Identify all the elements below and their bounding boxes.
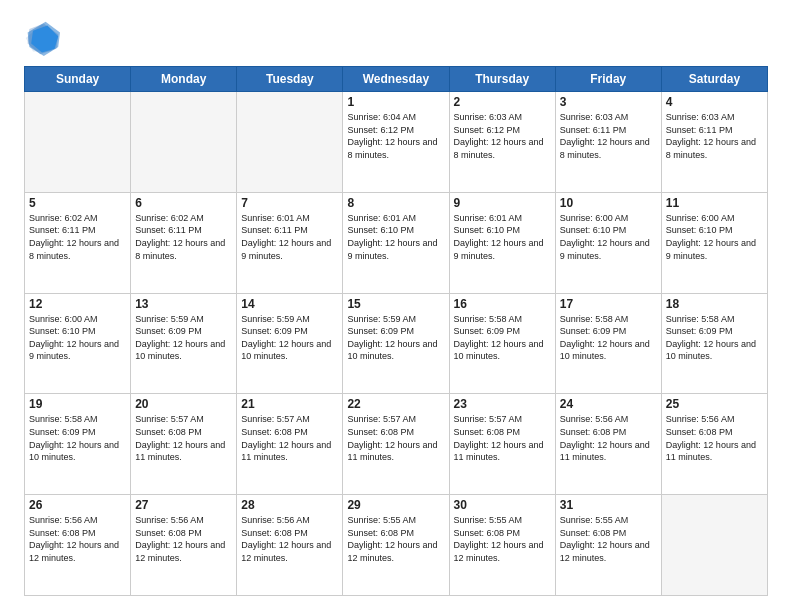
calendar-week-2: 5Sunrise: 6:02 AM Sunset: 6:11 PM Daylig… xyxy=(25,192,768,293)
weekday-thursday: Thursday xyxy=(449,67,555,92)
day-number: 15 xyxy=(347,297,444,311)
header xyxy=(24,20,768,56)
calendar-cell: 25Sunrise: 5:56 AM Sunset: 6:08 PM Dayli… xyxy=(661,394,767,495)
cell-info: Sunrise: 5:55 AM Sunset: 6:08 PM Dayligh… xyxy=(560,514,657,564)
page: SundayMondayTuesdayWednesdayThursdayFrid… xyxy=(0,0,792,612)
day-number: 24 xyxy=(560,397,657,411)
day-number: 12 xyxy=(29,297,126,311)
calendar-table: SundayMondayTuesdayWednesdayThursdayFrid… xyxy=(24,66,768,596)
weekday-wednesday: Wednesday xyxy=(343,67,449,92)
cell-info: Sunrise: 5:57 AM Sunset: 6:08 PM Dayligh… xyxy=(347,413,444,463)
calendar-cell xyxy=(661,495,767,596)
weekday-friday: Friday xyxy=(555,67,661,92)
calendar-cell: 21Sunrise: 5:57 AM Sunset: 6:08 PM Dayli… xyxy=(237,394,343,495)
calendar-cell: 8Sunrise: 6:01 AM Sunset: 6:10 PM Daylig… xyxy=(343,192,449,293)
cell-info: Sunrise: 5:56 AM Sunset: 6:08 PM Dayligh… xyxy=(29,514,126,564)
day-number: 18 xyxy=(666,297,763,311)
calendar-cell: 4Sunrise: 6:03 AM Sunset: 6:11 PM Daylig… xyxy=(661,92,767,193)
cell-info: Sunrise: 6:00 AM Sunset: 6:10 PM Dayligh… xyxy=(560,212,657,262)
day-number: 30 xyxy=(454,498,551,512)
calendar-cell xyxy=(131,92,237,193)
weekday-sunday: Sunday xyxy=(25,67,131,92)
cell-info: Sunrise: 6:00 AM Sunset: 6:10 PM Dayligh… xyxy=(666,212,763,262)
cell-info: Sunrise: 6:01 AM Sunset: 6:11 PM Dayligh… xyxy=(241,212,338,262)
cell-info: Sunrise: 5:56 AM Sunset: 6:08 PM Dayligh… xyxy=(241,514,338,564)
cell-info: Sunrise: 6:04 AM Sunset: 6:12 PM Dayligh… xyxy=(347,111,444,161)
cell-info: Sunrise: 6:01 AM Sunset: 6:10 PM Dayligh… xyxy=(347,212,444,262)
cell-info: Sunrise: 5:56 AM Sunset: 6:08 PM Dayligh… xyxy=(135,514,232,564)
cell-info: Sunrise: 5:57 AM Sunset: 6:08 PM Dayligh… xyxy=(135,413,232,463)
cell-info: Sunrise: 5:57 AM Sunset: 6:08 PM Dayligh… xyxy=(241,413,338,463)
calendar-cell: 7Sunrise: 6:01 AM Sunset: 6:11 PM Daylig… xyxy=(237,192,343,293)
day-number: 14 xyxy=(241,297,338,311)
weekday-saturday: Saturday xyxy=(661,67,767,92)
calendar-cell: 11Sunrise: 6:00 AM Sunset: 6:10 PM Dayli… xyxy=(661,192,767,293)
cell-info: Sunrise: 5:58 AM Sunset: 6:09 PM Dayligh… xyxy=(29,413,126,463)
day-number: 28 xyxy=(241,498,338,512)
calendar-cell: 20Sunrise: 5:57 AM Sunset: 6:08 PM Dayli… xyxy=(131,394,237,495)
calendar-cell: 31Sunrise: 5:55 AM Sunset: 6:08 PM Dayli… xyxy=(555,495,661,596)
cell-info: Sunrise: 5:58 AM Sunset: 6:09 PM Dayligh… xyxy=(454,313,551,363)
day-number: 27 xyxy=(135,498,232,512)
calendar-cell: 28Sunrise: 5:56 AM Sunset: 6:08 PM Dayli… xyxy=(237,495,343,596)
day-number: 23 xyxy=(454,397,551,411)
calendar-cell: 30Sunrise: 5:55 AM Sunset: 6:08 PM Dayli… xyxy=(449,495,555,596)
calendar-cell: 22Sunrise: 5:57 AM Sunset: 6:08 PM Dayli… xyxy=(343,394,449,495)
day-number: 11 xyxy=(666,196,763,210)
cell-info: Sunrise: 5:58 AM Sunset: 6:09 PM Dayligh… xyxy=(666,313,763,363)
cell-info: Sunrise: 5:56 AM Sunset: 6:08 PM Dayligh… xyxy=(666,413,763,463)
day-number: 26 xyxy=(29,498,126,512)
day-number: 7 xyxy=(241,196,338,210)
calendar-week-1: 1Sunrise: 6:04 AM Sunset: 6:12 PM Daylig… xyxy=(25,92,768,193)
calendar-cell: 16Sunrise: 5:58 AM Sunset: 6:09 PM Dayli… xyxy=(449,293,555,394)
cell-info: Sunrise: 5:56 AM Sunset: 6:08 PM Dayligh… xyxy=(560,413,657,463)
cell-info: Sunrise: 5:59 AM Sunset: 6:09 PM Dayligh… xyxy=(347,313,444,363)
calendar-cell: 10Sunrise: 6:00 AM Sunset: 6:10 PM Dayli… xyxy=(555,192,661,293)
day-number: 31 xyxy=(560,498,657,512)
calendar-cell: 12Sunrise: 6:00 AM Sunset: 6:10 PM Dayli… xyxy=(25,293,131,394)
cell-info: Sunrise: 6:02 AM Sunset: 6:11 PM Dayligh… xyxy=(135,212,232,262)
day-number: 8 xyxy=(347,196,444,210)
day-number: 17 xyxy=(560,297,657,311)
cell-info: Sunrise: 6:01 AM Sunset: 6:10 PM Dayligh… xyxy=(454,212,551,262)
logo-icon xyxy=(24,20,60,56)
calendar-cell: 24Sunrise: 5:56 AM Sunset: 6:08 PM Dayli… xyxy=(555,394,661,495)
day-number: 25 xyxy=(666,397,763,411)
day-number: 22 xyxy=(347,397,444,411)
cell-info: Sunrise: 6:03 AM Sunset: 6:11 PM Dayligh… xyxy=(560,111,657,161)
day-number: 19 xyxy=(29,397,126,411)
calendar-cell: 13Sunrise: 5:59 AM Sunset: 6:09 PM Dayli… xyxy=(131,293,237,394)
day-number: 5 xyxy=(29,196,126,210)
day-number: 29 xyxy=(347,498,444,512)
day-number: 13 xyxy=(135,297,232,311)
day-number: 1 xyxy=(347,95,444,109)
day-number: 21 xyxy=(241,397,338,411)
calendar-week-4: 19Sunrise: 5:58 AM Sunset: 6:09 PM Dayli… xyxy=(25,394,768,495)
calendar-cell: 27Sunrise: 5:56 AM Sunset: 6:08 PM Dayli… xyxy=(131,495,237,596)
cell-info: Sunrise: 5:57 AM Sunset: 6:08 PM Dayligh… xyxy=(454,413,551,463)
weekday-header-row: SundayMondayTuesdayWednesdayThursdayFrid… xyxy=(25,67,768,92)
day-number: 6 xyxy=(135,196,232,210)
calendar-cell: 19Sunrise: 5:58 AM Sunset: 6:09 PM Dayli… xyxy=(25,394,131,495)
cell-info: Sunrise: 6:03 AM Sunset: 6:12 PM Dayligh… xyxy=(454,111,551,161)
day-number: 9 xyxy=(454,196,551,210)
calendar-cell: 18Sunrise: 5:58 AM Sunset: 6:09 PM Dayli… xyxy=(661,293,767,394)
calendar-cell: 5Sunrise: 6:02 AM Sunset: 6:11 PM Daylig… xyxy=(25,192,131,293)
calendar-cell: 9Sunrise: 6:01 AM Sunset: 6:10 PM Daylig… xyxy=(449,192,555,293)
weekday-tuesday: Tuesday xyxy=(237,67,343,92)
weekday-monday: Monday xyxy=(131,67,237,92)
calendar-cell xyxy=(25,92,131,193)
day-number: 3 xyxy=(560,95,657,109)
calendar-week-3: 12Sunrise: 6:00 AM Sunset: 6:10 PM Dayli… xyxy=(25,293,768,394)
day-number: 2 xyxy=(454,95,551,109)
calendar-week-5: 26Sunrise: 5:56 AM Sunset: 6:08 PM Dayli… xyxy=(25,495,768,596)
calendar-cell: 23Sunrise: 5:57 AM Sunset: 6:08 PM Dayli… xyxy=(449,394,555,495)
day-number: 4 xyxy=(666,95,763,109)
calendar-cell: 26Sunrise: 5:56 AM Sunset: 6:08 PM Dayli… xyxy=(25,495,131,596)
calendar-cell: 3Sunrise: 6:03 AM Sunset: 6:11 PM Daylig… xyxy=(555,92,661,193)
cell-info: Sunrise: 5:59 AM Sunset: 6:09 PM Dayligh… xyxy=(241,313,338,363)
cell-info: Sunrise: 6:00 AM Sunset: 6:10 PM Dayligh… xyxy=(29,313,126,363)
logo xyxy=(24,20,64,56)
day-number: 16 xyxy=(454,297,551,311)
calendar-cell: 6Sunrise: 6:02 AM Sunset: 6:11 PM Daylig… xyxy=(131,192,237,293)
